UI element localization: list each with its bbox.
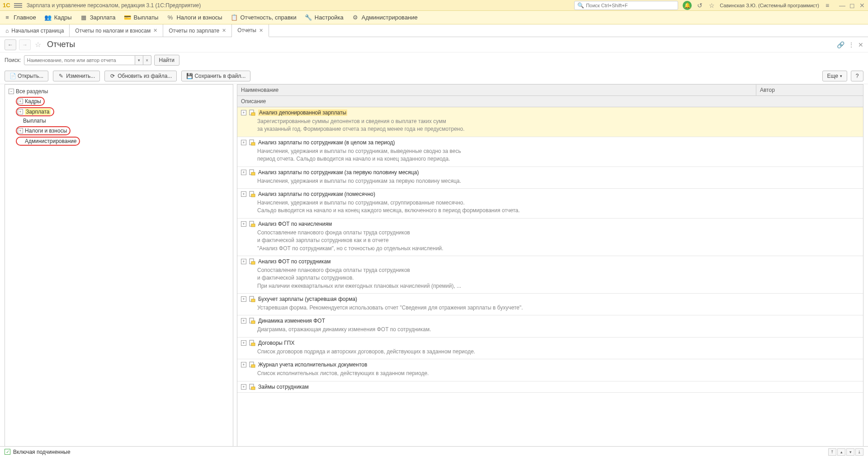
update-button[interactable]: ⟳Обновить из файла... [104, 71, 177, 81]
close-window-button[interactable]: ✕ [859, 2, 865, 9]
tab-Отчеты[interactable]: Отчеты✕ [232, 24, 269, 37]
expand-icon[interactable]: + [241, 296, 246, 302]
tab-close-button[interactable]: ✕ [153, 28, 157, 33]
favorite-star-icon[interactable]: ☆ [33, 40, 42, 49]
tab-Начальная страница[interactable]: ⌂Начальная страница [0, 24, 70, 37]
sections-tree-panel: − Все разделы +Кадры+ЗарплатаВыплаты+Нал… [5, 84, 233, 457]
scroll-bottom-button[interactable]: ⤓ [855, 448, 863, 456]
menu-item-Отчетность, справки[interactable]: 📋Отчетность, справки [231, 14, 297, 21]
menu-label: Выплаты [134, 14, 159, 21]
expand-icon[interactable]: + [18, 128, 23, 133]
nav-back-button[interactable]: ← [5, 39, 16, 50]
search-clear-button[interactable]: × [143, 55, 151, 65]
history-icon[interactable]: ↺ [696, 2, 703, 9]
gear-icon: ⚙ [352, 14, 359, 21]
report-icon [249, 362, 255, 368]
menu-item-Администрирование[interactable]: ⚙Администрирование [352, 14, 418, 21]
find-button[interactable]: Найти [154, 55, 179, 66]
app-logo: 1C [3, 2, 10, 9]
search-dropdown-button[interactable]: ▾ [135, 55, 143, 65]
tree-root-label: Все разделы [16, 88, 48, 95]
report-title: Анализ зарплаты по сотрудникам (за перву… [258, 169, 419, 176]
hamburger-icon[interactable] [14, 2, 22, 9]
include-children-checkbox[interactable]: ✓ [5, 449, 10, 455]
edit-button[interactable]: ✎Изменить... [53, 71, 100, 81]
notifications-icon[interactable]: 🔔 [683, 1, 692, 10]
report-row[interactable]: + Анализ депонированной зарплаты Зарегис… [237, 107, 863, 137]
close-page-button[interactable]: ✕ [858, 41, 863, 48]
report-row[interactable]: + Анализ зарплаты по сотрудникам (за пер… [237, 167, 863, 189]
scroll-up-button[interactable]: ▴ [837, 448, 845, 456]
report-row[interactable]: + Анализ зарплаты по сотрудникам (помеся… [237, 189, 863, 219]
expand-icon[interactable]: + [241, 259, 246, 264]
expand-icon[interactable]: + [241, 384, 246, 390]
minimize-button[interactable]: — [839, 2, 845, 9]
expand-icon[interactable]: + [241, 318, 246, 324]
page-title: Отчеты [47, 40, 75, 49]
percent-icon: % [166, 14, 174, 21]
report-row[interactable]: + Договоры ГПХ Список договоров подряда … [237, 338, 863, 359]
main-area: − Все разделы +Кадры+ЗарплатаВыплаты+Нал… [0, 84, 868, 457]
menu-item-Кадры[interactable]: 👥Кадры [44, 14, 72, 21]
tree-item-Налоги и взносы[interactable]: +Налоги и взносы [16, 126, 71, 135]
tab-Отчеты по зарплате[interactable]: Отчеты по зарплате✕ [163, 24, 232, 37]
collapse-icon[interactable]: − [9, 89, 14, 94]
user-label[interactable]: Савинская З.Ю. (Системный программист) [720, 3, 819, 8]
tree-item-Кадры[interactable]: +Кадры [16, 97, 45, 106]
col-author-header[interactable]: Автор [756, 85, 863, 95]
menu-item-Главное[interactable]: ≡Главное [4, 14, 36, 21]
more-button[interactable]: Еще ▾ [822, 71, 847, 81]
expand-icon[interactable]: + [241, 221, 246, 227]
svg-rect-15 [251, 321, 255, 324]
tree-item-Зарплата[interactable]: +Зарплата [16, 107, 54, 116]
expand-icon[interactable]: + [18, 99, 23, 104]
report-row[interactable]: + Анализ зарплаты по сотрудникам (в цело… [237, 137, 863, 167]
menu-item-Зарплата[interactable]: ▦Зарплата [80, 14, 116, 21]
scroll-top-button[interactable]: ⤒ [828, 448, 836, 456]
expand-icon[interactable]: + [241, 170, 246, 175]
help-button[interactable]: ? [851, 71, 863, 81]
col-name-header[interactable]: Наименование [237, 85, 756, 95]
svg-rect-11 [251, 262, 255, 264]
settings-icon[interactable]: ≡ [824, 2, 831, 9]
report-row[interactable]: + Динамика изменения ФОТ Диаграмма, отра… [237, 315, 863, 337]
report-icon [249, 139, 255, 146]
tab-Отчеты по налогам и взносам[interactable]: Отчеты по налогам и взносам✕ [70, 24, 163, 37]
report-description: Сопоставление планового фонда оплаты тру… [257, 229, 859, 252]
tree-label: Кадры [25, 98, 41, 105]
menu-label: Главное [14, 14, 36, 21]
favorites-icon[interactable]: ☆ [708, 2, 715, 9]
maximize-button[interactable]: ◻ [849, 2, 855, 9]
tab-close-button[interactable]: ✕ [222, 28, 226, 33]
report-row[interactable]: + Журнал учета исполнительных документов… [237, 359, 863, 381]
nav-forward-button[interactable]: → [19, 39, 31, 50]
scroll-down-button[interactable]: ▾ [846, 448, 854, 456]
report-row[interactable]: + Анализ ФОТ по начислениям Сопоставлени… [237, 219, 863, 256]
expand-icon[interactable]: + [241, 191, 246, 197]
expand-icon[interactable]: + [241, 362, 246, 367]
expand-icon[interactable]: + [241, 340, 246, 346]
report-icon [249, 258, 255, 265]
report-row[interactable]: + Бухучет зарплаты (устаревшая форма) Ус… [237, 294, 863, 315]
report-search-input[interactable] [24, 55, 135, 65]
menu-item-Настройка[interactable]: 🔧Настройка [305, 14, 344, 21]
tree-item-Администрирование[interactable]: Администрирование [16, 137, 80, 146]
expand-icon[interactable]: + [241, 140, 246, 145]
expand-icon[interactable]: + [241, 110, 246, 115]
open-button[interactable]: 📄Открыть... [5, 71, 48, 81]
expand-icon[interactable]: + [18, 109, 23, 114]
save-button[interactable]: 💾Сохранить в файл... [181, 71, 250, 81]
menu-item-Выплаты[interactable]: 💳Выплаты [124, 14, 159, 21]
tree-item-Выплаты[interactable]: Выплаты [16, 118, 46, 124]
global-search[interactable]: 🔍 [574, 1, 678, 10]
report-row[interactable]: + Займы сотрудникам [237, 381, 863, 393]
tab-close-button[interactable]: ✕ [259, 28, 263, 33]
more-icon[interactable]: ⋮ [848, 41, 854, 48]
report-row[interactable]: + Анализ ФОТ по сотрудникам Сопоставлени… [237, 256, 863, 294]
report-icon [249, 340, 255, 346]
link-icon[interactable]: 🔗 [837, 41, 844, 48]
global-search-input[interactable] [586, 3, 675, 8]
search-icon: 🔍 [577, 2, 584, 9]
tree-root-item[interactable]: − Все разделы [8, 87, 230, 95]
menu-item-Налоги и взносы[interactable]: %Налоги и взносы [166, 14, 222, 21]
